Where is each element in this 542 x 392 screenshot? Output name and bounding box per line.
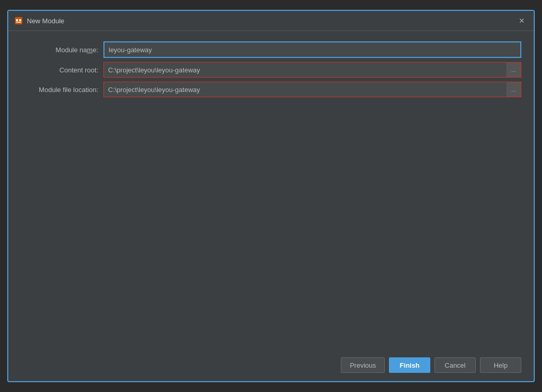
cancel-button[interactable]: Cancel (434, 357, 476, 373)
module-file-location-row: Module file location: ... (21, 82, 521, 97)
dialog-footer: Previous Finish Cancel Help (8, 351, 534, 381)
module-file-location-input[interactable] (104, 82, 506, 97)
svg-rect-3 (16, 22, 21, 23)
help-button[interactable]: Help (480, 357, 521, 373)
dialog-window: New Module ✕ Module name: Content root: (7, 10, 535, 382)
title-bar: New Module ✕ (8, 11, 534, 31)
svg-rect-2 (19, 19, 21, 21)
svg-rect-1 (16, 19, 18, 21)
dialog-content: Module name: Content root: ... M (8, 31, 534, 351)
module-name-input[interactable] (104, 42, 520, 57)
finish-button[interactable]: Finish (389, 357, 430, 373)
content-root-label: Content root: (21, 66, 103, 74)
close-button[interactable]: ✕ (516, 15, 528, 26)
title-bar-left: New Module (14, 17, 64, 25)
module-file-location-input-wrapper: ... (103, 82, 521, 97)
content-root-browse-button[interactable]: ... (506, 63, 521, 77)
module-name-row: Module name: (21, 41, 521, 58)
form-section: Module name: Content root: ... M (21, 41, 521, 101)
content-root-input-wrapper: ... (103, 62, 521, 78)
module-name-label: Module name: (21, 46, 103, 54)
module-file-location-label: Module file location: (21, 86, 103, 94)
content-root-input[interactable] (104, 63, 506, 77)
module-name-input-wrapper (103, 41, 521, 58)
module-icon (14, 17, 23, 25)
module-file-location-browse-button[interactable]: ... (506, 82, 521, 97)
previous-button[interactable]: Previous (341, 357, 385, 373)
content-root-row: Content root: ... (21, 62, 521, 78)
dialog-title: New Module (27, 17, 64, 25)
